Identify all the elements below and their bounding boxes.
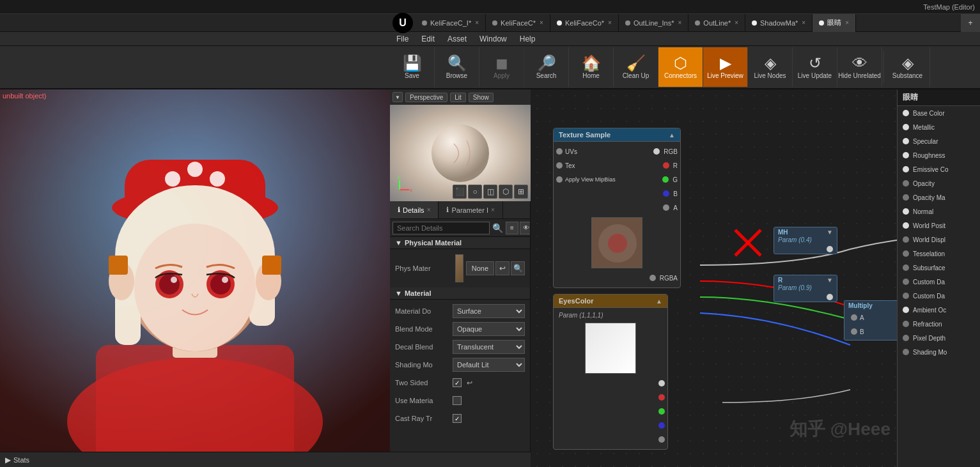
small-viewport-content[interactable]: x z ⬛ ○ ◫ ⬡ ⊞ <box>390 105 531 201</box>
opacity-pin[interactable] <box>903 180 909 187</box>
two-sided-reset-icon[interactable]: ↩ <box>467 379 472 387</box>
phys-mat-swatch[interactable] <box>455 254 463 282</box>
toolbar-home-button[interactable]: 🏠 Home <box>569 47 614 87</box>
details-tab-close[interactable]: × <box>427 206 431 213</box>
material-section-header[interactable]: ▼ Material <box>390 287 530 300</box>
toolbar-substance-button[interactable]: ◈ Substance <box>885 47 930 87</box>
shading-model-select[interactable]: Default Lit <box>453 358 525 372</box>
decal-blend-select[interactable]: Translucent <box>453 340 525 354</box>
tab-close-1[interactable]: × <box>540 19 543 26</box>
lit-button[interactable]: Lit <box>450 93 466 102</box>
param-tab-close[interactable]: × <box>491 206 495 213</box>
toolbar-apply-button[interactable]: ◼ Apply <box>479 47 524 87</box>
custom-da-1-pin[interactable] <box>903 279 909 285</box>
vp-icon-1[interactable]: ⬛ <box>453 185 467 199</box>
toolbar-save-button[interactable]: 💾 Save <box>390 47 435 87</box>
tab-3[interactable]: OutLine_Ins*× <box>619 14 688 32</box>
mh-arrow[interactable]: ▼ <box>827 229 833 236</box>
subsurface-pin[interactable] <box>903 264 909 271</box>
r-output-pin[interactable] <box>663 162 669 169</box>
phys-reset-button[interactable]: ↩ <box>495 261 509 275</box>
stats-section-header[interactable]: ▶ Stats <box>390 452 530 467</box>
tab-close-2[interactable]: × <box>608 19 612 26</box>
toolbar-browse-button[interactable]: 🔍 Browse <box>435 47 479 87</box>
small-viewport[interactable]: ▼ Perspective Lit Show <box>390 89 531 201</box>
r-arrow[interactable]: ▼ <box>827 277 833 284</box>
uvs-input-pin[interactable] <box>556 148 563 155</box>
mh-out-pin[interactable] <box>827 246 833 252</box>
two-sided-checkbox[interactable] <box>453 378 462 387</box>
show-button[interactable]: Show <box>469 93 494 102</box>
node-graph-background[interactable]: Zoom <box>531 89 980 467</box>
toolbar-cleanup-button[interactable]: 🧹 Clean Up <box>614 47 658 87</box>
eyes-rgb-out[interactable] <box>658 380 665 387</box>
new-tab-button[interactable]: + <box>961 14 980 32</box>
a-output-pin[interactable] <box>663 204 669 211</box>
rgba-output-pin[interactable] <box>649 275 656 281</box>
multiply-a-in[interactable] <box>851 314 857 321</box>
tab-close-6[interactable]: × <box>845 19 849 26</box>
material-domain-select[interactable]: Surface <box>453 304 525 318</box>
toolbar-livenodes-button[interactable]: ◈ Live Nodes <box>748 47 793 87</box>
menu-asset[interactable]: Asset <box>441 32 473 46</box>
use-material-checkbox[interactable] <box>453 396 462 405</box>
mh-node[interactable]: MH ▼ Param (0.4) <box>774 227 837 254</box>
vp-dropdown-btn[interactable]: ▼ <box>393 92 403 102</box>
tessellation-pin[interactable] <box>903 250 909 257</box>
roughness-pin[interactable] <box>903 152 909 158</box>
vp-icon-4[interactable]: ⬡ <box>499 185 513 199</box>
blend-mode-select[interactable]: Opaque <box>453 322 525 336</box>
details-tab-parameter[interactable]: ℹ Parameter I × <box>439 201 502 218</box>
shading-mode-pin[interactable] <box>903 349 909 355</box>
normal-pin[interactable] <box>903 208 909 215</box>
menu-help[interactable]: Help <box>513 32 542 46</box>
toolbar-hideunrelated-button[interactable]: 👁 Hide Unrelated <box>837 47 882 87</box>
tex-input-pin[interactable] <box>556 162 563 169</box>
eyes-a-out[interactable] <box>658 436 665 443</box>
eyes-b-out[interactable] <box>658 422 665 429</box>
physical-material-section-header[interactable]: ▼ Physical Material <box>390 237 530 249</box>
search-details-input[interactable] <box>393 222 490 234</box>
menu-window[interactable]: Window <box>473 32 513 46</box>
tab-5[interactable]: ShadowMa*× <box>745 14 813 32</box>
menu-edit[interactable]: Edit <box>415 32 441 46</box>
node-graph[interactable]: Zoom <box>531 89 980 467</box>
b-output-pin[interactable] <box>663 190 669 197</box>
details-tab-details[interactable]: ℹ Details × <box>390 201 439 218</box>
vp-icon-2[interactable]: ○ <box>468 185 482 199</box>
eye-button[interactable]: 👁 <box>520 222 530 234</box>
texture-sample-node[interactable]: Texture Sample ▲ UVs RGB Tex R <box>553 128 681 288</box>
eyes-color-swatch[interactable] <box>585 323 636 374</box>
tab-close-0[interactable]: × <box>475 19 479 26</box>
pixel-depth-pin[interactable] <box>903 335 909 341</box>
eyes-g-out[interactable] <box>658 408 665 415</box>
node-expand-icon[interactable]: ▲ <box>669 132 675 139</box>
opacity-mask-pin[interactable] <box>903 194 909 201</box>
metallic-pin[interactable] <box>903 124 909 130</box>
tab-4[interactable]: OutLine*× <box>688 14 745 32</box>
multiply-b-in[interactable] <box>851 328 857 335</box>
eyes-r-out[interactable] <box>658 394 665 401</box>
r-node[interactable]: R ▼ Param (0.9) <box>774 275 837 302</box>
tab-0[interactable]: KeliFaceC_I*× <box>416 14 486 32</box>
vp-icon-5[interactable]: ⊞ <box>514 185 528 199</box>
r-node-out-pin[interactable] <box>827 294 833 300</box>
toolbar-livepreview-button[interactable]: ▶ Live Preview <box>703 47 748 87</box>
specular-pin[interactable] <box>903 138 909 144</box>
emissive-pin[interactable] <box>903 166 909 172</box>
custom-da-2-pin[interactable] <box>903 293 909 299</box>
ambient-pin[interactable] <box>903 307 909 313</box>
rgb-output-pin[interactable] <box>653 148 660 155</box>
character-viewport[interactable]: unbuilt object) <box>0 89 390 467</box>
list-view-button[interactable]: ≡ <box>506 222 518 234</box>
g-output-pin[interactable] <box>662 176 669 183</box>
mipbias-input-pin[interactable] <box>556 176 563 183</box>
node-expand2-icon[interactable]: ▲ <box>656 298 662 305</box>
base-color-pin[interactable] <box>903 110 909 116</box>
world-posit-pin[interactable] <box>903 222 909 229</box>
eyes-color-node[interactable]: EyesColor ▲ Param (1,1,1,1) <box>553 294 668 450</box>
cast-ray-checkbox[interactable] <box>453 414 462 423</box>
tab-close-4[interactable]: × <box>735 19 738 26</box>
toolbar-search-button[interactable]: 🔎 Search <box>524 47 569 87</box>
tab-close-5[interactable]: × <box>802 19 805 26</box>
